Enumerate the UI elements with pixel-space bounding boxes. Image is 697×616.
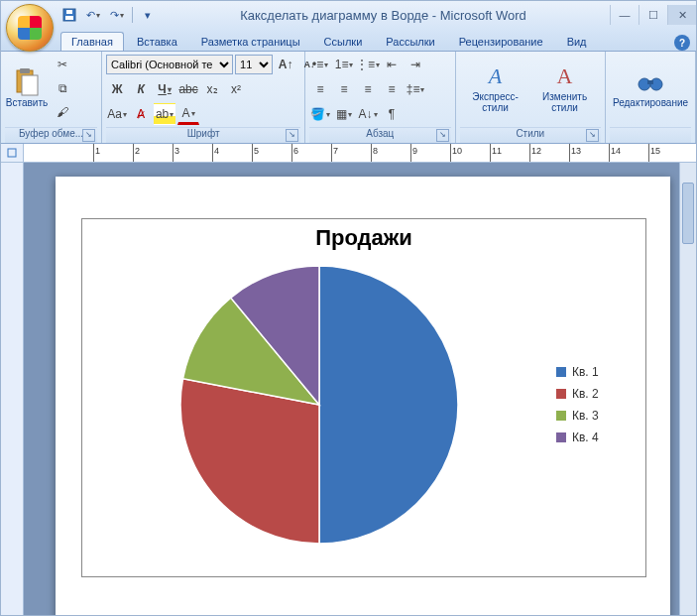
- legend-swatch: [556, 432, 566, 442]
- change-styles-label: Изменить стили: [535, 91, 595, 113]
- vertical-ruler[interactable]: [1, 163, 24, 615]
- tab-mailings[interactable]: Рассылки: [375, 32, 445, 51]
- redo-icon[interactable]: ↷: [108, 6, 126, 24]
- tab-view[interactable]: Вид: [556, 32, 598, 51]
- help-icon[interactable]: ?: [674, 35, 690, 51]
- svg-rect-4: [22, 75, 38, 95]
- font-launcher[interactable]: ↘: [286, 129, 298, 142]
- increase-indent-icon[interactable]: ⇥: [405, 54, 426, 75]
- strikethrough-button[interactable]: abc: [177, 78, 199, 100]
- group-font: Calibri (Основной те 11 A↑ A↓ Ж К Ч abc …: [102, 52, 305, 143]
- grow-font-icon[interactable]: A↑: [275, 54, 296, 75]
- legend-label: Кв. 1: [572, 365, 599, 379]
- multilevel-list-icon[interactable]: ⋮≡: [357, 54, 379, 75]
- font-size-select[interactable]: 11: [235, 55, 273, 74]
- ruler-corner[interactable]: [1, 144, 24, 163]
- font-name-select[interactable]: Calibri (Основной те: [106, 55, 233, 74]
- chart-title: Продажи: [82, 225, 645, 251]
- legend-label: Кв. 3: [572, 409, 599, 423]
- tab-home[interactable]: Главная: [60, 32, 124, 51]
- find-button[interactable]: Редактирование: [610, 54, 691, 121]
- vertical-scrollbar[interactable]: [679, 163, 696, 615]
- decrease-indent-icon[interactable]: ⇤: [381, 54, 403, 75]
- align-center-icon[interactable]: ≡: [333, 78, 355, 100]
- quick-styles-button[interactable]: A Экспресс-стили: [460, 54, 531, 121]
- qat-customize-icon[interactable]: ▾: [139, 6, 157, 24]
- maximize-button[interactable]: ☐: [639, 5, 667, 25]
- chart-object[interactable]: Продажи Кв. 1Кв. 2Кв. 3Кв. 4: [81, 218, 646, 577]
- bullets-icon[interactable]: •≡: [309, 54, 331, 75]
- minimize-button[interactable]: —: [610, 5, 639, 25]
- tab-insert[interactable]: Вставка: [126, 32, 188, 51]
- quick-styles-icon: A: [480, 62, 512, 91]
- change-styles-icon: A: [549, 62, 581, 91]
- show-marks-icon[interactable]: ¶: [381, 103, 403, 125]
- legend-swatch: [556, 389, 566, 399]
- horizontal-ruler[interactable]: 123456789101112131415: [24, 144, 696, 162]
- legend-item: Кв. 4: [556, 431, 636, 444]
- line-spacing-icon[interactable]: ‡≡: [405, 78, 426, 100]
- chart-legend: Кв. 1Кв. 2Кв. 3Кв. 4: [556, 365, 645, 444]
- paragraph-label-text: Абзац: [366, 128, 394, 139]
- group-styles-label: Стили↘: [460, 127, 601, 143]
- group-clipboard-label: Буфер обме...↘: [5, 127, 97, 143]
- legend-swatch: [556, 411, 566, 421]
- group-paragraph: •≡ 1≡ ⋮≡ ⇤ ⇥ ≡ ≡ ≡ ≡ ‡≡ 🪣 ▦ A↓ ¶: [305, 52, 455, 143]
- group-editing-label: [610, 127, 691, 143]
- font-color-button[interactable]: A: [177, 104, 199, 125]
- styles-launcher[interactable]: ↘: [586, 129, 599, 142]
- work-area: Продажи Кв. 1Кв. 2Кв. 3Кв. 4: [1, 163, 696, 615]
- bold-button[interactable]: Ж: [106, 78, 128, 100]
- subscript-button[interactable]: x₂: [201, 78, 223, 100]
- tab-page-layout[interactable]: Разметка страницы: [190, 32, 311, 51]
- underline-button[interactable]: Ч: [154, 78, 175, 100]
- italic-button[interactable]: К: [130, 78, 152, 100]
- window-title: Каксделать диаграмму в Ворде - Microsoft…: [157, 8, 610, 23]
- legend-item: Кв. 1: [556, 365, 636, 379]
- group-styles: A Экспресс-стили A Изменить стили Стили↘: [456, 52, 606, 143]
- pie-slice: [180, 379, 319, 544]
- change-case-button[interactable]: Aa: [106, 103, 128, 125]
- legend-item: Кв. 2: [556, 387, 636, 401]
- undo-icon[interactable]: ↶: [84, 6, 102, 24]
- legend-label: Кв. 4: [572, 431, 599, 444]
- group-editing: Редактирование: [606, 52, 696, 143]
- editing-label: Редактирование: [613, 97, 688, 108]
- tab-review[interactable]: Рецензирование: [448, 32, 554, 51]
- superscript-button[interactable]: x²: [225, 78, 247, 100]
- paste-button[interactable]: Вставить: [5, 54, 49, 121]
- tab-references[interactable]: Ссылки: [313, 32, 374, 51]
- shading-icon[interactable]: 🪣: [309, 103, 331, 125]
- copy-icon[interactable]: ⧉: [52, 77, 73, 99]
- horizontal-ruler-row: 123456789101112131415: [1, 144, 696, 163]
- paste-label: Вставить: [6, 97, 48, 108]
- clipboard-launcher[interactable]: ↘: [82, 129, 95, 142]
- svg-rect-5: [20, 68, 30, 73]
- scrollbar-thumb[interactable]: [682, 183, 694, 244]
- svg-rect-8: [647, 80, 653, 84]
- qat-separator: [132, 7, 133, 23]
- highlight-button[interactable]: ab: [154, 103, 175, 125]
- clipboard-label-text: Буфер обме...: [19, 128, 83, 139]
- document-view[interactable]: Продажи Кв. 1Кв. 2Кв. 3Кв. 4: [24, 163, 696, 615]
- change-styles-button[interactable]: A Изменить стили: [534, 54, 596, 121]
- title-bar: ↶ ↷ ▾ Каксделать диаграмму в Ворде - Mic…: [1, 1, 696, 29]
- group-paragraph-label: Абзац↘: [309, 127, 450, 143]
- sort-icon[interactable]: A↓: [357, 103, 379, 125]
- close-button[interactable]: ✕: [667, 5, 696, 25]
- align-right-icon[interactable]: ≡: [357, 78, 379, 100]
- legend-item: Кв. 3: [556, 409, 636, 423]
- align-left-icon[interactable]: ≡: [309, 78, 331, 100]
- paste-icon: [11, 67, 43, 97]
- justify-icon[interactable]: ≡: [381, 78, 403, 100]
- save-icon[interactable]: [60, 6, 78, 24]
- quick-styles-label: Экспресс-стили: [461, 91, 530, 113]
- borders-icon[interactable]: ▦: [333, 103, 355, 125]
- paragraph-launcher[interactable]: ↘: [436, 129, 449, 142]
- clear-formatting-button[interactable]: A̷: [130, 103, 152, 125]
- office-button[interactable]: [6, 4, 54, 52]
- numbering-icon[interactable]: 1≡: [333, 54, 355, 75]
- format-painter-icon[interactable]: 🖌: [52, 101, 73, 123]
- cut-icon[interactable]: ✂: [52, 54, 73, 75]
- ribbon: Вставить ✂ ⧉ 🖌 Буфер обме...↘ Calibri (О…: [1, 51, 696, 144]
